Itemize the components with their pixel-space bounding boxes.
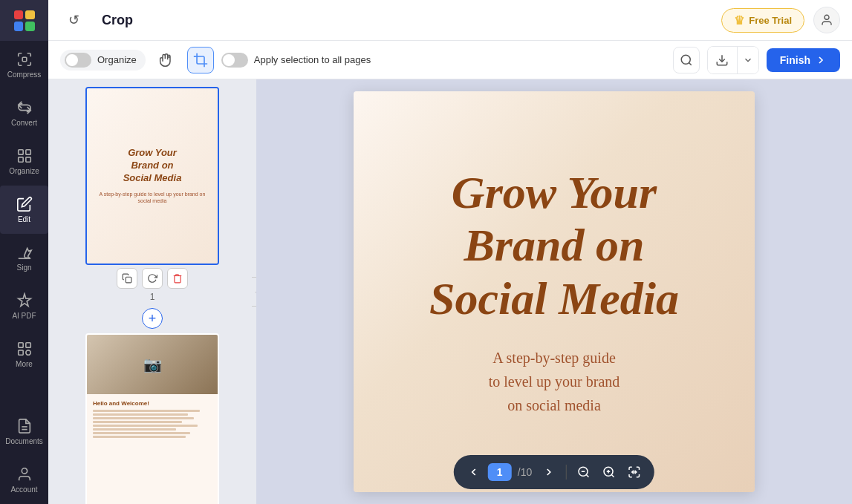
add-page-after-1[interactable]: +	[142, 308, 163, 329]
thumb-delete-button-1[interactable]	[167, 268, 188, 289]
sidebar-item-organize[interactable]: Organize	[0, 137, 48, 186]
thumbnail-item-1: Grow YourBrand onSocial Media A step-by-…	[48, 87, 256, 302]
logo-cell-blue	[14, 22, 24, 31]
thumb-copy-button-1[interactable]	[117, 268, 137, 289]
finish-button[interactable]: Finish	[767, 48, 840, 72]
free-trial-button[interactable]: ♛ Free Trial	[721, 8, 804, 33]
organize-icon	[16, 148, 33, 164]
finish-arrow-icon	[815, 54, 827, 66]
sign-icon	[16, 244, 33, 261]
sidebar-label-organize: Organize	[9, 167, 39, 175]
delete-icon	[172, 273, 183, 284]
svg-rect-4	[25, 157, 30, 162]
thumb-rotate-button-1[interactable]	[142, 268, 163, 289]
sidebar-item-convert[interactable]: Convert	[0, 89, 48, 137]
logo-cell-yellow	[25, 10, 35, 20]
thumbnail-page-1[interactable]: Grow YourBrand onSocial Media A step-by-…	[85, 87, 219, 265]
thumb-actions-1	[117, 268, 188, 289]
hand-icon	[159, 53, 174, 68]
documents-icon	[16, 418, 33, 434]
thumb-lines-2	[93, 410, 212, 438]
user-profile-button[interactable]	[813, 7, 840, 33]
edit-icon	[16, 196, 33, 212]
zoom-out-icon	[577, 465, 591, 479]
sidebar-item-account[interactable]: Account	[0, 456, 48, 504]
user-icon	[820, 13, 833, 27]
thumb-image-2: 📷	[87, 335, 218, 394]
canvas-subtitle: A step-by-step guide to level up your br…	[489, 346, 620, 417]
canvas-title-line2: Brand on	[464, 220, 645, 270]
svg-point-11	[22, 468, 27, 474]
crop-icon	[193, 53, 208, 68]
thumb-content-2: Hello and Welcome!	[87, 394, 218, 504]
sidebar-item-documents[interactable]: Documents	[0, 408, 48, 456]
finish-label: Finish	[780, 54, 810, 66]
organize-toggle[interactable]	[65, 53, 91, 68]
svg-rect-15	[126, 277, 131, 283]
thumb-line	[93, 413, 188, 416]
apply-toggle-group: Apply selection to all pages	[221, 53, 371, 68]
fit-to-width-button[interactable]	[623, 461, 645, 483]
prev-page-button[interactable]	[463, 461, 485, 483]
sidebar-label-account: Account	[10, 485, 37, 494]
toolbar: Organize Apply selection to all pages	[48, 41, 852, 79]
rotate-icon	[147, 273, 157, 284]
sidebar-item-sign[interactable]: Sign	[0, 234, 48, 282]
canvas-title-line3: Social Media	[429, 273, 679, 324]
sidebar-label-sign: Sign	[16, 264, 31, 272]
thumbnail-page-2[interactable]: 📷 Hello and Welcome!	[85, 333, 219, 504]
thumb-line	[93, 410, 200, 412]
free-trial-label: Free Trial	[749, 15, 792, 26]
apply-toggle[interactable]	[221, 53, 248, 68]
sidebar-label-ai-pdf: AI PDF	[12, 312, 36, 320]
sidebar-item-ai-pdf[interactable]: AI PDF	[0, 282, 48, 330]
sidebar-label-compress: Compress	[7, 71, 42, 79]
hand-tool-button[interactable]	[153, 47, 180, 73]
sidebar-item-more[interactable]: More	[0, 330, 48, 379]
account-icon	[16, 466, 33, 482]
svg-rect-1	[18, 150, 22, 154]
crop-tool-button[interactable]	[187, 47, 214, 73]
panel-collapse-handle[interactable]: ◀	[252, 277, 256, 307]
convert-icon	[16, 99, 33, 116]
canvas-title: Grow Your Brand on Social Media	[429, 166, 679, 325]
svg-rect-0	[22, 57, 27, 62]
zoom-in-button[interactable]	[598, 461, 620, 483]
page-title: Crop	[102, 13, 133, 28]
next-page-button[interactable]	[538, 461, 560, 483]
svg-rect-7	[18, 350, 22, 355]
canvas-subtitle-line3: on social media	[507, 397, 601, 413]
back-button[interactable]: ↺	[60, 7, 87, 33]
search-button[interactable]	[673, 47, 700, 73]
sidebar-item-compress[interactable]: Compress	[0, 41, 48, 89]
nav-separator	[566, 465, 567, 480]
download-button[interactable]	[708, 47, 738, 73]
svg-rect-6	[25, 343, 30, 347]
svg-point-12	[825, 15, 829, 19]
thumb-line	[93, 436, 186, 438]
organize-toggle-group: Organize	[60, 50, 146, 71]
compress-icon	[16, 51, 33, 68]
zoom-out-button[interactable]	[573, 461, 595, 483]
thumb-line	[93, 417, 194, 419]
more-icon	[16, 341, 33, 357]
topbar: ↺ Crop ♛ Free Trial	[48, 0, 852, 41]
thumb-number-1: 1	[150, 292, 155, 302]
prev-icon	[468, 466, 480, 478]
page-navigation: 1 /10	[454, 455, 654, 489]
logo-cell-red	[14, 10, 24, 20]
sidebar-label-more: More	[16, 360, 33, 368]
download-options-button[interactable]	[738, 47, 758, 73]
canvas-title-line1: Grow Your	[452, 167, 657, 217]
canvas-area: Grow Your Brand on Social Media A step-b…	[256, 79, 852, 504]
chevron-down-icon	[743, 55, 753, 65]
svg-rect-2	[25, 150, 30, 154]
canvas-subtitle-line1: A step-by-step guide	[492, 350, 616, 366]
sidebar-label-convert: Convert	[11, 119, 37, 127]
sidebar-item-edit[interactable]: Edit	[0, 186, 48, 234]
logo-grid	[14, 10, 35, 31]
svg-line-21	[612, 474, 614, 477]
svg-point-13	[681, 55, 690, 64]
apply-label: Apply selection to all pages	[254, 54, 371, 65]
thumb-page2-content: 📷 Hello and Welcome!	[87, 335, 218, 504]
